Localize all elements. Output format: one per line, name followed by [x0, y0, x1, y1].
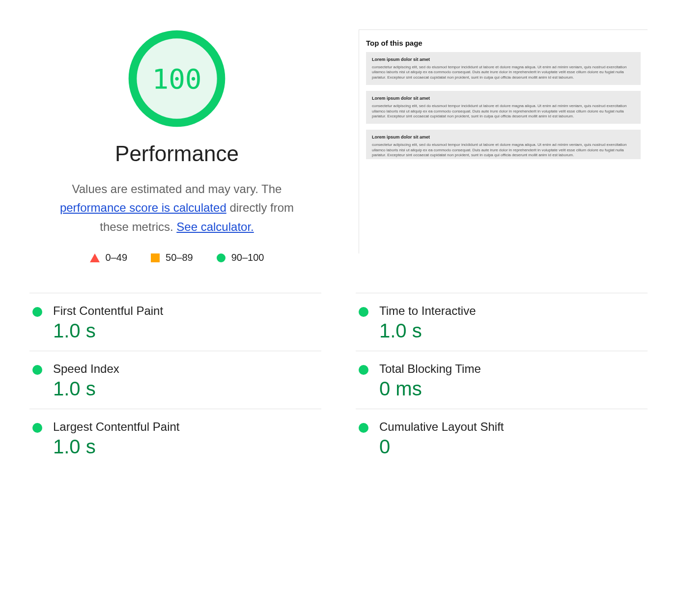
metric-name: Cumulative Layout Shift — [379, 420, 648, 434]
metric-name: Speed Index — [53, 362, 321, 376]
metric-name: Total Blocking Time — [379, 362, 648, 376]
circle-icon — [217, 253, 226, 262]
score-calc-link[interactable]: performance score is calculated — [60, 201, 226, 214]
calculator-link[interactable]: See calculator. — [176, 220, 254, 233]
thumbnail-block: Lorem ipsum dolor sit amet consectetur a… — [366, 130, 641, 159]
thumbnail-block: Lorem ipsum dolor sit amet consectetur a… — [366, 52, 641, 85]
metric-row: Time to Interactive1.0 s — [356, 293, 648, 351]
metric-value: 0 ms — [379, 378, 648, 400]
metric-value: 1.0 s — [53, 436, 321, 458]
metric-value: 1.0 s — [53, 320, 321, 342]
legend-fail: 0–49 — [90, 252, 128, 263]
status-icon — [359, 307, 368, 317]
status-icon — [32, 365, 42, 375]
category-title: Performance — [29, 141, 324, 166]
metric-name: First Contentful Paint — [53, 304, 321, 318]
status-icon — [32, 423, 42, 433]
score-legend: 0–49 50–89 90–100 — [29, 252, 324, 263]
performance-gauge: 100 — [128, 29, 226, 128]
triangle-icon — [90, 253, 100, 262]
square-icon — [151, 253, 160, 262]
score-description: Values are estimated and may vary. The p… — [44, 180, 310, 236]
metric-row: Total Blocking Time0 ms — [356, 351, 648, 409]
thumbnail-block: Lorem ipsum dolor sit amet consectetur a… — [366, 91, 641, 124]
status-icon — [359, 423, 368, 433]
legend-average: 50–89 — [151, 252, 193, 263]
metric-row: First Contentful Paint1.0 s — [29, 293, 321, 351]
thumbnail-title: Top of this page — [366, 39, 641, 47]
metric-name: Time to Interactive — [379, 304, 648, 318]
metric-value: 0 — [379, 436, 648, 458]
metric-row: Largest Contentful Paint1.0 s — [29, 409, 321, 467]
metric-name: Largest Contentful Paint — [53, 420, 321, 434]
metric-row: Cumulative Layout Shift0 — [356, 409, 648, 467]
performance-score: 100 — [128, 29, 226, 128]
page-screenshot-thumbnail: Top of this page Lorem ipsum dolor sit a… — [359, 29, 648, 253]
metric-value: 1.0 s — [379, 320, 648, 342]
legend-pass: 90–100 — [217, 252, 264, 263]
metric-row: Speed Index1.0 s — [29, 351, 321, 409]
status-icon — [32, 307, 42, 317]
status-icon — [359, 365, 368, 375]
metric-value: 1.0 s — [53, 378, 321, 400]
